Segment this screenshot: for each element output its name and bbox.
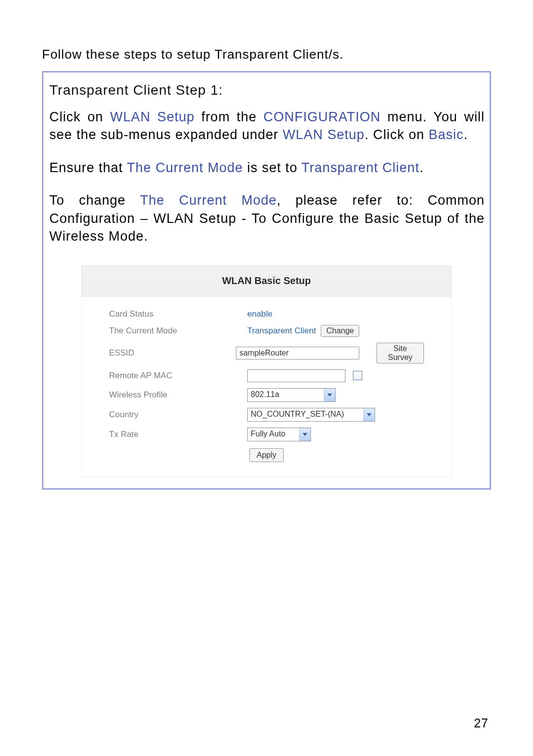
- label-wireless-profile: Wireless Profile: [109, 390, 247, 400]
- tx-rate-value: Fully Auto: [248, 428, 299, 441]
- keyword-current-mode: The Current Mode: [127, 160, 243, 175]
- text: .: [419, 160, 424, 175]
- text: is set to: [243, 160, 302, 175]
- chevron-down-icon: [324, 389, 335, 401]
- row-country: Country NO_COUNTRY_SET-(NA): [109, 408, 424, 422]
- text: Click on: [49, 109, 110, 124]
- chevron-down-icon: [299, 428, 310, 441]
- label-remote-ap-mac: Remote AP MAC: [109, 371, 247, 381]
- tx-rate-select[interactable]: Fully Auto: [247, 428, 311, 441]
- change-button[interactable]: Change: [321, 325, 359, 337]
- row-essid: ESSID Site Survey: [109, 343, 424, 363]
- label-country: Country: [109, 410, 247, 420]
- text: . Click on: [365, 127, 429, 142]
- step-paragraph-2: Ensure that The Current Mode is set to T…: [49, 159, 485, 177]
- value-card-status: enable: [247, 309, 272, 319]
- label-current-mode: The Current Mode: [109, 326, 247, 336]
- label-essid: ESSID: [109, 348, 236, 358]
- wireless-profile-select[interactable]: 802.11a: [247, 388, 336, 402]
- value-current-mode: Transparent Client: [247, 326, 316, 336]
- step-title: Transparent Client Step 1:: [49, 82, 485, 98]
- keyword-wlan-setup: WLAN Setup: [110, 109, 194, 124]
- apply-button[interactable]: Apply: [249, 448, 284, 462]
- site-survey-button[interactable]: Site Survey: [377, 343, 424, 363]
- step-paragraph-3: To change The Current Mode, please refer…: [49, 191, 485, 245]
- remote-ap-mac-input[interactable]: [247, 369, 345, 382]
- row-current-mode: The Current Mode Transparent Client Chan…: [109, 325, 424, 337]
- keyword-transparent-client: Transparent Client: [302, 160, 419, 175]
- wlan-basic-setup-panel: WLAN Basic Setup Card Status enable The …: [81, 265, 452, 477]
- row-tx-rate: Tx Rate Fully Auto: [109, 428, 424, 441]
- row-remote-ap-mac: Remote AP MAC: [109, 369, 424, 382]
- text: Ensure that: [49, 160, 127, 175]
- keyword-basic: Basic: [428, 127, 463, 142]
- wireless-profile-value: 802.11a: [248, 389, 324, 401]
- panel-title: WLAN Basic Setup: [81, 265, 452, 297]
- label-card-status: Card Status: [109, 309, 247, 319]
- page-number: 27: [474, 716, 489, 730]
- country-value: NO_COUNTRY_SET-(NA): [248, 408, 363, 421]
- chevron-down-icon: [363, 408, 375, 421]
- apply-row: Apply: [109, 448, 424, 462]
- keyword-current-mode: The Current Mode: [140, 193, 277, 208]
- text: .: [463, 127, 468, 142]
- row-wireless-profile: Wireless Profile 802.11a: [109, 388, 424, 402]
- row-card-status: Card Status enable: [109, 309, 424, 319]
- intro-text: Follow these steps to setup Transparent …: [42, 47, 491, 62]
- text: To change: [49, 193, 140, 208]
- text: from the: [194, 109, 264, 124]
- country-select[interactable]: NO_COUNTRY_SET-(NA): [247, 408, 375, 422]
- step-paragraph-1: Click on WLAN Setup from the CONFIGURATI…: [49, 108, 485, 144]
- keyword-wlan-setup: WLAN Setup: [283, 127, 365, 142]
- panel-body: Card Status enable The Current Mode Tran…: [81, 297, 452, 477]
- label-tx-rate: Tx Rate: [109, 430, 247, 439]
- document-page: Follow these steps to setup Transparent …: [0, 0, 533, 756]
- step-box: Transparent Client Step 1: Click on WLAN…: [42, 71, 491, 490]
- remote-ap-mac-checkbox[interactable]: [353, 371, 362, 380]
- keyword-configuration: CONFIGURATION: [264, 109, 381, 124]
- essid-input[interactable]: [236, 347, 359, 360]
